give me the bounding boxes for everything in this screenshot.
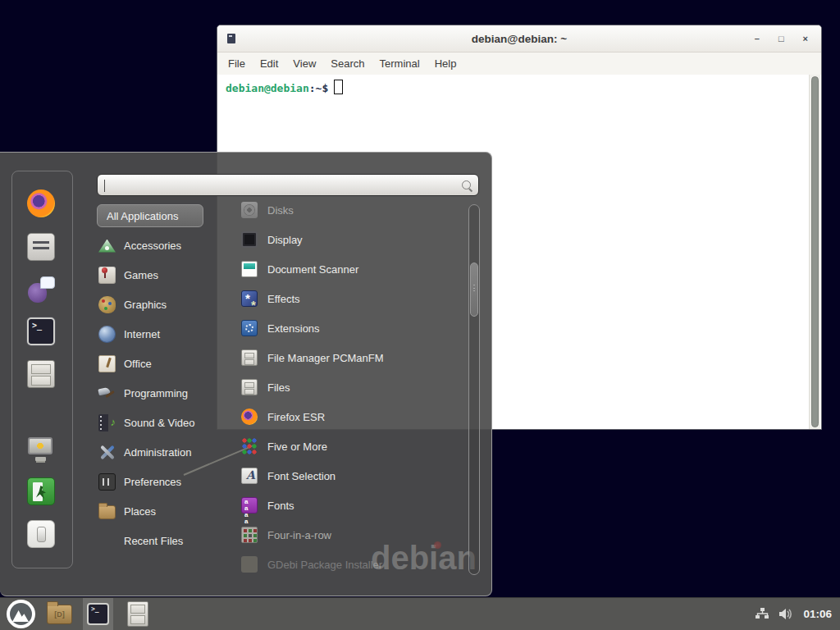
prompt-user-host: debian@debian (226, 82, 309, 94)
accessories-icon (98, 237, 116, 254)
apps-scrollbar[interactable] (468, 204, 480, 575)
minimize-button[interactable]: – (755, 34, 760, 43)
category-preferences[interactable]: Preferences (92, 467, 217, 496)
app-label: Four-in-a-row (267, 529, 331, 541)
app-extensions[interactable]: Extensions (217, 313, 463, 343)
favorite-firefox[interactable] (27, 189, 55, 217)
terminal-window-icon (227, 34, 235, 43)
menu-view[interactable]: View (285, 57, 323, 70)
spacer (98, 532, 116, 550)
category-label: Graphics (124, 299, 167, 311)
graphics-icon (98, 296, 116, 313)
category-label: Places (124, 505, 156, 518)
menu-terminal[interactable]: Terminal (372, 57, 427, 70)
menu-file[interactable]: File (221, 57, 253, 70)
app-file-manager-pcmanfm[interactable]: File Manager PCManFM (217, 343, 463, 372)
app-label: Document Scanner (267, 263, 358, 276)
category-label: Recent Files (124, 535, 183, 547)
app-four-in-a-row[interactable]: Four-in-a-row (217, 520, 463, 550)
search-box[interactable] (97, 174, 479, 196)
favorite-logout[interactable] (27, 477, 55, 505)
maximize-button[interactable]: □ (778, 34, 784, 43)
app-label: Files (267, 381, 290, 394)
games-icon (98, 267, 116, 284)
app-firefox-esr[interactable]: Firefox ESR (217, 402, 463, 431)
terminal-scrollbar-thumb[interactable] (811, 76, 819, 427)
app-label: File Manager PCManFM (267, 352, 384, 364)
terminal-scrollbar[interactable] (809, 75, 820, 429)
category-accessories[interactable]: Accessories (92, 231, 217, 260)
category-administration[interactable]: Administration (92, 437, 217, 467)
search-input[interactable] (107, 176, 457, 194)
app-five-or-more[interactable]: Five or More (217, 431, 463, 461)
app-label: Font Selection (267, 470, 336, 482)
app-label: Fonts (267, 500, 294, 512)
app-effects[interactable]: Effects (217, 284, 463, 313)
favorite-terminal[interactable] (27, 317, 55, 345)
category-label[interactable]: All Applications (97, 204, 203, 227)
menu-help[interactable]: Help (427, 57, 464, 70)
terminal-menubar: File Edit View Search Terminal Help (217, 52, 821, 75)
favorite-settings[interactable] (27, 233, 55, 261)
close-button[interactable]: × (803, 34, 808, 43)
fonts-icon (241, 497, 258, 514)
category-internet[interactable]: Internet (92, 319, 217, 349)
taskbar-file-manager-launcher[interactable] (47, 605, 72, 624)
app-gdebi-package-installer[interactable]: GDebi Package Installer (217, 550, 463, 579)
preferences-icon (98, 473, 116, 491)
category-office[interactable]: Office (92, 349, 217, 378)
category-programming[interactable]: Programming (92, 378, 217, 408)
menu-button[interactable] (7, 600, 35, 628)
category-sound-video[interactable]: Sound & Video (92, 408, 217, 437)
app-label: Extensions (267, 322, 320, 335)
menu-edit[interactable]: Edit (253, 57, 285, 70)
category-label: Administration (124, 446, 191, 459)
favorite-pidgin[interactable] (27, 276, 55, 304)
app-label: Effects (267, 293, 300, 305)
terminal-icon (87, 603, 109, 625)
firefox-icon (241, 409, 258, 425)
search-icon[interactable] (462, 180, 471, 189)
app-font-selection[interactable]: Font Selection (217, 461, 463, 491)
category-label: Internet (124, 328, 160, 340)
file-cabinet-icon (241, 379, 258, 395)
app-files[interactable]: Files (217, 372, 463, 402)
category-places[interactable]: Places (92, 496, 217, 526)
app-fonts[interactable]: Fonts (217, 491, 463, 520)
display-icon (241, 231, 258, 248)
apps-scrollbar-thumb[interactable] (470, 262, 478, 317)
category-list: All Applications Accessories Games Graph… (92, 201, 217, 555)
app-label: Disks (267, 204, 294, 217)
category-label: Sound & Video (124, 417, 195, 429)
disks-icon (241, 202, 258, 218)
favorite-lock-screen[interactable] (27, 436, 55, 463)
category-all-applications[interactable]: All Applications (92, 201, 217, 231)
taskbar-files-launcher[interactable] (127, 601, 148, 627)
app-disks[interactable]: Disks (217, 195, 463, 225)
category-label: Accessories (124, 240, 181, 252)
window-title: debian@debian: ~ (217, 33, 821, 45)
application-list: Disks Display Document Scanner Effects E… (217, 195, 463, 579)
category-graphics[interactable]: Graphics (92, 290, 217, 319)
taskbar-terminal-launcher[interactable] (83, 598, 113, 630)
clock[interactable]: 01:06 (803, 608, 832, 620)
network-icon[interactable] (756, 608, 769, 620)
app-label: Firefox ESR (267, 411, 325, 423)
prompt-path: :~$ (309, 82, 328, 94)
volume-icon[interactable] (778, 608, 794, 620)
category-games[interactable]: Games (92, 260, 217, 290)
favorite-files[interactable] (27, 360, 55, 388)
menu-search[interactable]: Search (323, 57, 372, 70)
internet-icon (98, 326, 116, 343)
app-display[interactable]: Display (217, 225, 463, 254)
category-recent-files[interactable]: Recent Files (92, 526, 217, 555)
terminal-titlebar[interactable]: debian@debian: ~ – □ × (217, 25, 821, 52)
desktop: debian@debian: ~ – □ × File Edit View Se… (0, 0, 840, 630)
file-cabinet-icon (241, 349, 258, 366)
programming-icon (98, 385, 116, 402)
category-label: Programming (124, 387, 188, 399)
taskbar: 01:06 (0, 597, 840, 630)
app-document-scanner[interactable]: Document Scanner (217, 254, 463, 284)
application-menu: debian All Applications Accessories (0, 152, 492, 596)
favorite-shutdown[interactable] (27, 520, 55, 548)
